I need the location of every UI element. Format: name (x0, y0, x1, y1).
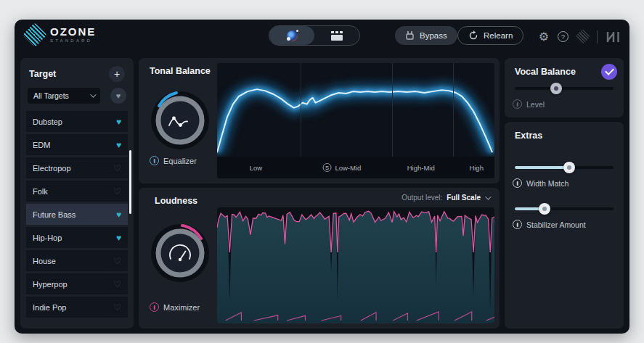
tonal-balance-display: Low S Low-Mid High-Mid High (217, 63, 494, 178)
target-list-item[interactable]: EDM♥ (26, 134, 128, 155)
target-filter-dropdown[interactable]: All Targets (28, 88, 100, 104)
target-range-glow (217, 89, 492, 152)
target-label: Electropop (33, 164, 71, 173)
loudness-panel: Loudness Maximizer Output level: Full Sc… (139, 188, 500, 328)
favorite-heart-icon[interactable]: ♡ (113, 186, 121, 197)
target-label: Hip-Hop (33, 234, 62, 242)
maximizer-module-icon (150, 302, 159, 312)
target-list-item[interactable]: Electropop♡ (26, 157, 128, 178)
width-match-label: Width Match (513, 178, 568, 188)
help-icon[interactable]: ? (558, 31, 568, 42)
settings-gear-icon[interactable]: ⚙ (539, 31, 549, 43)
output-level-label: Output level: (402, 194, 442, 202)
izotope-logo-icon (575, 29, 590, 44)
list-scrollbar[interactable] (129, 150, 131, 214)
target-label: EDM (33, 141, 50, 149)
level-label: Level (513, 99, 545, 109)
relearn-button[interactable]: Relearn (457, 26, 523, 45)
target-list-item[interactable]: House♡ (26, 250, 128, 271)
band-high-mid[interactable]: High-Mid (407, 164, 435, 172)
favorite-heart-icon[interactable]: ♥ (116, 117, 121, 127)
extras-slider[interactable] (515, 162, 614, 173)
band-label-strip: Low S Low-Mid High-Mid High (217, 157, 494, 178)
equalizer-module-icon (150, 156, 159, 165)
tonal-balance-title: Tonal Balance (150, 66, 211, 76)
equalizer-module-label[interactable]: Equalizer (150, 156, 197, 165)
chevron-down-icon (485, 194, 491, 199)
output-level-value: Full Scale (447, 194, 481, 202)
output-level-dropdown[interactable]: Output level: Full Scale (402, 194, 489, 202)
solo-badge-icon[interactable]: S (322, 163, 331, 172)
maximizer-module-label[interactable]: Maximizer (150, 302, 200, 312)
band-low-mid[interactable]: S Low-Mid (322, 163, 361, 172)
relearn-icon (468, 30, 478, 41)
loudness-display (217, 207, 494, 323)
assistant-view-tab[interactable] (269, 26, 314, 45)
vocal-balance-panel: Vocal Balance Level (505, 58, 624, 117)
ozone-gem-icon (23, 22, 47, 47)
brand-edition: STANDARD (50, 38, 96, 43)
target-label: Future Bass (33, 210, 76, 219)
bypass-label: Bypass (420, 31, 447, 40)
favorite-heart-icon[interactable]: ♥ (116, 233, 121, 243)
stabilizer-amount-label: Stabilizer Amount (513, 220, 586, 229)
detailed-view-tab[interactable] (314, 26, 359, 45)
target-filter-value: All Targets (33, 91, 69, 100)
modules-icon (331, 31, 343, 41)
assistant-sphere-icon (287, 30, 298, 41)
target-list-item[interactable]: Dubstep♥ (26, 111, 128, 132)
favorite-heart-icon[interactable]: ♥ (116, 210, 121, 220)
relearn-label: Relearn (484, 31, 513, 40)
slider-thumb[interactable] (539, 203, 550, 215)
maximizer-knob[interactable] (148, 220, 212, 284)
bypass-button[interactable]: Bypass (395, 26, 457, 45)
band-high[interactable]: High (469, 164, 484, 172)
brand-name: OZONE (50, 27, 96, 37)
favorite-heart-icon[interactable]: ♡ (113, 256, 121, 266)
favorite-heart-icon[interactable]: ♡ (113, 279, 121, 289)
add-target-button[interactable]: + (109, 66, 125, 82)
slider-thumb[interactable] (563, 162, 575, 173)
level-slider[interactable] (515, 83, 614, 94)
target-list-item[interactable]: Folk♡ (26, 181, 128, 202)
plugin-window: OZONE STANDARD Bypass (15, 20, 629, 334)
target-label: Dubstep (33, 117, 62, 126)
target-label: House (33, 257, 56, 265)
view-toggle (269, 25, 360, 46)
target-sidebar: Target + All Targets ♥ Dubstep♥ EDM♥ Ele… (20, 58, 134, 328)
chevron-down-icon (90, 91, 96, 97)
heart-icon: ♥ (116, 91, 121, 100)
equalizer-knob[interactable] (148, 87, 212, 151)
loudness-title: Loudness (155, 196, 197, 206)
target-list-item[interactable]: Future Bass♥ (26, 204, 128, 225)
topbar-divider (597, 30, 598, 44)
level-module-icon (513, 99, 522, 109)
sidebar-title: Target (29, 69, 56, 79)
extras-title: Extras (515, 131, 542, 141)
slider-thumb[interactable] (550, 83, 562, 94)
target-list: Dubstep♥ EDM♥ Electropop♡ Folk♡ Future B… (26, 111, 128, 318)
favorite-heart-icon[interactable]: ♥ (116, 140, 121, 150)
ozone-logo: OZONE STANDARD (26, 26, 96, 44)
top-bar: OZONE STANDARD Bypass (15, 20, 629, 54)
bypass-icon (405, 30, 415, 41)
tonal-balance-panel: Tonal Balance Equalizer (139, 58, 500, 183)
extras-panel: Extras Width Match Stabilizer Amount (505, 122, 624, 328)
stabilizer-module-icon (513, 220, 522, 229)
vocal-balance-enabled-check[interactable] (601, 64, 617, 80)
extras-slider[interactable] (515, 203, 614, 215)
target-list-item[interactable]: Indie Pop♡ (26, 297, 128, 318)
target-list-item[interactable]: Hyperpop♡ (26, 273, 128, 294)
vocal-balance-title: Vocal Balance (515, 67, 576, 77)
favorite-heart-icon[interactable]: ♡ (113, 163, 121, 173)
width-match-module-icon (513, 178, 522, 188)
target-label: Indie Pop (33, 303, 66, 312)
favorite-heart-icon[interactable]: ♡ (113, 302, 121, 313)
ni-logo (606, 31, 621, 43)
target-label: Folk (33, 187, 48, 196)
target-label: Hyperpop (33, 280, 68, 289)
band-low[interactable]: Low (250, 164, 262, 172)
target-list-item[interactable]: Hip-Hop♥ (26, 227, 128, 248)
loudness-history-area (217, 211, 494, 323)
favorites-filter-button[interactable]: ♥ (110, 88, 126, 104)
